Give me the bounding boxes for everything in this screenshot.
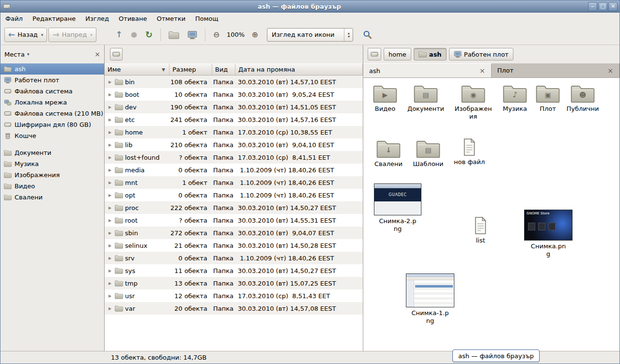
- expander-icon[interactable]: ▶: [107, 206, 113, 210]
- view-mode-select[interactable]: Изглед като икони ▴▾: [267, 28, 353, 42]
- expander-icon[interactable]: ▶: [107, 118, 113, 122]
- icon-documents-folder[interactable]: Документи: [405, 84, 446, 113]
- zoom-level[interactable]: 100%: [225, 31, 247, 38]
- sidebar-item[interactable]: Работен плот: [0, 75, 104, 86]
- icon-view[interactable]: Видео Документи Изображения: [363, 78, 620, 351]
- icon-snimka-2-png[interactable]: GUADEC Снимка-2.png: [372, 183, 423, 232]
- column-header-type[interactable]: Вид: [212, 63, 235, 76]
- expander-icon[interactable]: ▶: [107, 92, 113, 97]
- table-row[interactable]: ▶ lib 210 обекта Папка 30.03.2010 (вт) 9…: [105, 138, 363, 151]
- menu-file[interactable]: Файл: [0, 13, 28, 25]
- forward-history-dropdown-icon[interactable]: ▾: [90, 32, 93, 37]
- sidebar-item[interactable]: Изображения: [0, 169, 104, 181]
- computer-button[interactable]: [184, 28, 201, 42]
- table-row[interactable]: ▶ sys 11 обекта Папка 30.03.2010 (вт) 14…: [105, 264, 363, 277]
- close-button[interactable]: ×: [608, 2, 618, 11]
- expander-icon[interactable]: ▶: [107, 155, 113, 160]
- icon-list-file[interactable]: list: [460, 216, 501, 244]
- table-row[interactable]: ▶ root ? обекта Папка 30.03.2010 (вт) 14…: [105, 214, 363, 227]
- column-header-name[interactable]: Име ▼: [105, 63, 170, 76]
- tab-ash[interactable]: ash ×: [363, 63, 492, 77]
- table-row[interactable]: ▶ proc 222 обекта Папка 30.03.2010 (вт) …: [105, 201, 363, 214]
- sidebar-title[interactable]: Места: [4, 51, 25, 58]
- icon-video-folder[interactable]: Видео: [365, 84, 405, 113]
- table-row[interactable]: ▶ sbin 272 обекта Папка 30.03.2010 (вт) …: [105, 227, 363, 239]
- sidebar-item[interactable]: Файлова система: [0, 86, 104, 97]
- table-row[interactable]: ▶ media 0 обекта Папка 1.10.2009 (чт) 18…: [105, 164, 363, 176]
- reload-button[interactable]: ↻: [142, 28, 156, 42]
- titlebar[interactable]: ash — файлов браузър ‒ □ ×: [0, 0, 620, 13]
- expander-icon[interactable]: ▶: [107, 143, 113, 147]
- minimize-button[interactable]: ‒: [588, 2, 597, 11]
- sidebar-item[interactable]: ash: [0, 63, 104, 75]
- icon-downloads-folder[interactable]: Свалени: [368, 139, 409, 168]
- expander-icon[interactable]: ▶: [107, 168, 113, 172]
- table-row[interactable]: ▶ dev 190 обекта Папка 30.03.2010 (вт) 1…: [105, 101, 363, 113]
- icon-templates-folder[interactable]: Шаблони: [408, 139, 449, 168]
- icon-snimka-png[interactable]: GNOME Store Снимка.png: [523, 210, 574, 258]
- column-header-size[interactable]: Размер: [170, 63, 212, 76]
- maximize-button[interactable]: □: [598, 2, 607, 11]
- crumb-desktop[interactable]: Работен плот: [449, 48, 513, 61]
- sidebar-item[interactable]: Кошче: [0, 130, 104, 141]
- sidebar-item[interactable]: Документи: [0, 147, 104, 158]
- sidebar-item[interactable]: Локална мрежа: [0, 97, 104, 108]
- sidebar-item[interactable]: Файлова система (210 MB): [0, 108, 104, 119]
- expander-icon[interactable]: ▶: [107, 243, 113, 248]
- view-mode-spinner-icon[interactable]: ▴▾: [344, 29, 353, 41]
- sidebar-mode-dropdown-icon[interactable]: ▾: [27, 52, 30, 57]
- table-row[interactable]: ▶ srv 0 обекта Папка 1.10.2009 (чт) 18,4…: [105, 252, 363, 264]
- list-pane-root-button[interactable]: [110, 48, 123, 61]
- back-history-dropdown-icon[interactable]: ▾: [41, 32, 44, 37]
- sidebar-item[interactable]: Музика: [0, 158, 104, 169]
- search-button[interactable]: [359, 28, 375, 42]
- table-row[interactable]: ▶ lost+found ? обекта Папка 17.03.2010 (…: [105, 151, 363, 164]
- column-header-date[interactable]: Дата на промяна: [235, 63, 363, 76]
- table-row[interactable]: ▶ mnt 1 обект Папка 1.10.2009 (чт) 18,40…: [105, 176, 363, 189]
- expander-icon[interactable]: ▶: [107, 306, 113, 311]
- menu-bookmarks[interactable]: Отметки: [152, 13, 190, 25]
- tab-plot[interactable]: Плот ×: [492, 63, 620, 77]
- menu-go[interactable]: Отиване: [114, 13, 152, 25]
- expander-icon[interactable]: ▶: [107, 281, 113, 286]
- table-row[interactable]: ▶ opt 0 обекта Папка 1.10.2009 (чт) 18,4…: [105, 189, 363, 201]
- expander-icon[interactable]: ▶: [107, 80, 113, 84]
- icon-public-folder[interactable]: Публични: [562, 84, 603, 113]
- sidebar-item[interactable]: Видео: [0, 181, 104, 192]
- expander-icon[interactable]: ▶: [107, 130, 113, 135]
- expander-icon[interactable]: ▶: [107, 269, 113, 273]
- expander-icon[interactable]: ▶: [107, 218, 113, 223]
- sidebar-item[interactable]: Шифриран дял (80 GB): [0, 119, 104, 130]
- up-button[interactable]: ↑: [112, 28, 126, 42]
- sidebar-close-button[interactable]: ×: [94, 50, 100, 58]
- table-row[interactable]: ▶ boot 10 обекта Папка 30.03.2010 (вт) 9…: [105, 88, 363, 101]
- table-row[interactable]: ▶ home 1 обект Папка 17.03.2010 (ср) 10,…: [105, 126, 363, 138]
- menu-edit[interactable]: Редактиране: [28, 13, 80, 25]
- expander-icon[interactable]: ▶: [107, 294, 113, 298]
- zoom-in-button[interactable]: ⊕: [248, 28, 262, 42]
- sidebar-item[interactable]: Свалени: [0, 192, 104, 203]
- zoom-out-button[interactable]: ⊖: [210, 28, 223, 42]
- expander-icon[interactable]: ▶: [107, 193, 113, 197]
- tab-close-icon[interactable]: ×: [607, 67, 613, 75]
- table-row[interactable]: ▶ bin 108 обекта Папка 30.03.2010 (вт) 1…: [105, 76, 363, 88]
- table-row[interactable]: ▶ etc 241 обекта Папка 30.03.2010 (вт) 1…: [105, 113, 363, 126]
- icon-new-file[interactable]: нов файл: [449, 138, 490, 166]
- menu-help[interactable]: Помощ: [190, 13, 223, 25]
- back-button[interactable]: ← Назад ▾: [4, 28, 47, 42]
- table-row[interactable]: ▶ usr 12 обекта Папка 17.03.2010 (ср) 8,…: [105, 289, 363, 302]
- expander-icon[interactable]: ▶: [107, 256, 113, 260]
- stop-button[interactable]: ●: [127, 28, 140, 42]
- expander-icon[interactable]: ▶: [107, 105, 113, 109]
- table-row[interactable]: ▶ tmp 13 обекта Папка 30.03.2010 (вт) 15…: [105, 277, 363, 289]
- crumb-home[interactable]: home: [384, 48, 411, 61]
- forward-button[interactable]: → Напред ▾: [48, 28, 96, 42]
- home-button[interactable]: [165, 28, 183, 42]
- expander-icon[interactable]: ▶: [107, 181, 113, 185]
- filesystem-crumb-button[interactable]: [368, 48, 381, 61]
- icon-pictures-folder[interactable]: Изображения: [453, 84, 494, 120]
- icon-snimka-1-png[interactable]: Снимка-1.png: [405, 273, 455, 324]
- tab-close-icon[interactable]: ×: [480, 67, 485, 75]
- crumb-ash[interactable]: ash: [414, 48, 447, 61]
- table-row[interactable]: ▶ var 20 обекта Папка 30.03.2010 (вт) 14…: [105, 302, 363, 315]
